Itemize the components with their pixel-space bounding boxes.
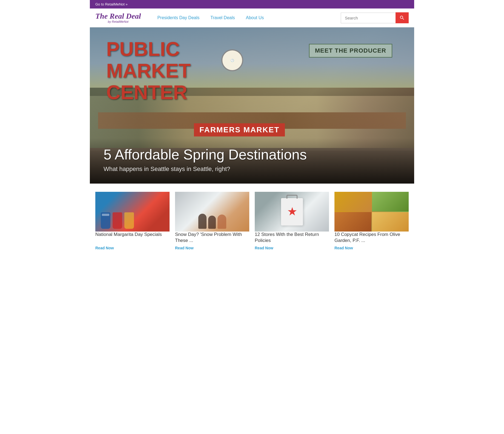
article-image-2: [175, 192, 249, 232]
hero-subtitle: What happens in Seattle stays in Seattle…: [104, 165, 400, 173]
article-image-4: [334, 192, 409, 232]
main-nav: Presidents Day Deals Travel Deals About …: [157, 15, 330, 20]
top-bar[interactable]: Go to RetailMeNot »: [90, 0, 414, 8]
read-now-4[interactable]: Read Now: [334, 246, 409, 250]
article-title-3: 12 Stores With the Best Return Policies: [255, 232, 329, 244]
search-icon: [399, 15, 405, 21]
farmers-sign: FARMERS MARKET: [194, 123, 285, 136]
article-card-3: ★ 12 Stores With the Best Return Policie…: [255, 192, 329, 250]
read-now-1[interactable]: Read Now: [95, 246, 170, 250]
article-title-2: Snow Day? 'Snow Problem With These ...: [175, 232, 249, 244]
article-card-2: Snow Day? 'Snow Problem With These ... R…: [175, 192, 249, 250]
logo[interactable]: The Real Deal by RetailMeNot: [95, 12, 141, 23]
search-input[interactable]: [341, 13, 396, 23]
hero-title: 5 Affordable Spring Destinations: [104, 146, 400, 163]
sign-line1: PUBLIC: [106, 38, 191, 60]
nav-about-us[interactable]: About Us: [246, 15, 264, 20]
read-now-3[interactable]: Read Now: [255, 246, 329, 250]
article-image-3: ★: [255, 192, 329, 232]
hero-section[interactable]: PUBLIC MARKET CENTER FARMERS MARKET MEET…: [90, 27, 414, 184]
article-title-1: National Margarita Day Specials: [95, 232, 170, 238]
sign-line3: CENTER: [106, 82, 191, 103]
article-title-4: 10 Copycat Recipes From Olive Garden, P.…: [334, 232, 409, 244]
nav-presidents-day[interactable]: Presidents Day Deals: [157, 15, 199, 20]
header: The Real Deal by RetailMeNot Presidents …: [90, 8, 414, 27]
article-image-1: [95, 192, 170, 232]
article-card-4: 10 Copycat Recipes From Olive Garden, P.…: [334, 192, 409, 250]
article-card-1: National Margarita Day Specials Read Now: [95, 192, 170, 250]
read-now-2[interactable]: Read Now: [175, 246, 249, 250]
hero-overlay: 5 Affordable Spring Destinations What ha…: [90, 138, 414, 184]
market-sign: PUBLIC MARKET CENTER: [106, 38, 191, 104]
sign-line2: MARKET: [106, 60, 191, 82]
nav-travel-deals[interactable]: Travel Deals: [210, 15, 235, 20]
articles-grid: National Margarita Day Specials Read Now…: [90, 192, 414, 261]
retailmenot-link[interactable]: Go to RetailMeNot »: [95, 2, 128, 6]
producer-sign: MEET THE PRODUCER: [309, 44, 392, 58]
search-area: [341, 12, 409, 23]
logo-main: The Real Deal: [95, 12, 141, 20]
search-button[interactable]: [396, 12, 409, 23]
market-clock: 🕐: [221, 49, 243, 71]
logo-sub: by RetailMeNot: [95, 20, 141, 23]
